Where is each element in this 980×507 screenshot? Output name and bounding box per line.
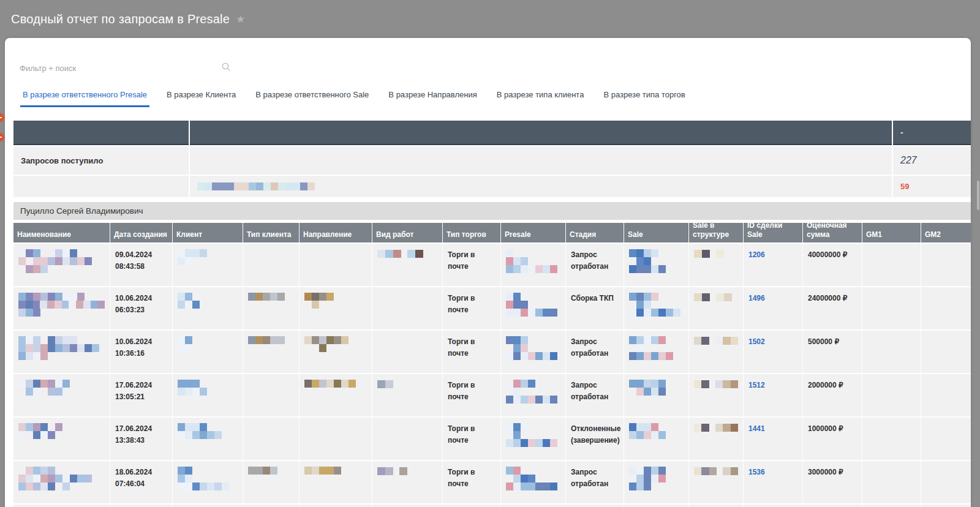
redacted-line — [18, 388, 105, 396]
redacted-cell — [85, 344, 92, 352]
redacted-cell — [658, 265, 666, 273]
cell-sale-owner — [624, 418, 688, 460]
search-input[interactable] — [18, 60, 211, 76]
column-header[interactable]: Клиент — [173, 223, 243, 242]
redacted-cell — [326, 336, 334, 344]
redacted-cell — [40, 344, 48, 352]
vertical-scrollbar-thumb[interactable] — [977, 181, 979, 210]
redacted-chip — [701, 337, 709, 345]
summary-header-cell — [190, 121, 892, 145]
redacted-chip — [694, 424, 701, 432]
cell-client — [173, 287, 243, 329]
redacted-cell — [644, 352, 651, 360]
redacted-cell — [26, 309, 33, 317]
deal-id-link[interactable]: 1206 — [748, 250, 765, 259]
tab-3[interactable]: В разрезе ответственного Sale — [253, 88, 371, 107]
favorite-star-icon[interactable]: ★ — [236, 13, 245, 26]
cell-deal-id[interactable]: 1441 — [744, 418, 802, 460]
redacted-cell — [256, 182, 263, 190]
redacted-cell — [629, 483, 636, 490]
cell-partial-row — [173, 505, 243, 507]
cell-deal-id[interactable]: 1536 — [744, 461, 802, 503]
redacted-cell — [55, 467, 62, 475]
redacted-chips — [694, 293, 738, 301]
cell-deal-id[interactable]: 1496 — [744, 287, 802, 329]
column-header[interactable]: Наименование — [13, 223, 110, 242]
cell-deal-id[interactable]: 1502 — [744, 331, 802, 373]
tab-6[interactable]: В разрезе типа торгов — [601, 88, 687, 107]
redacted-cell — [185, 344, 192, 352]
titlebar: Сводный отчет по запросам в Presale ★ — [0, 0, 980, 38]
redacted-cell — [234, 182, 241, 190]
column-header[interactable]: Дата создания — [110, 223, 172, 242]
redacted-cell — [506, 265, 513, 273]
tab-1[interactable]: В разрезе ответственного Presale — [20, 88, 149, 107]
deal-id-link[interactable]: 1512 — [748, 381, 765, 389]
column-header[interactable]: GM1 — [862, 223, 921, 242]
redacted-cell — [62, 293, 70, 301]
redacted-cell — [33, 380, 40, 388]
cell-estimated-amount: 24000000 ₽ — [803, 287, 862, 329]
column-header[interactable]: ID сделки Sale — [744, 223, 802, 242]
deal-id-link[interactable]: 1441 — [748, 424, 765, 433]
redacted-chip — [731, 380, 738, 388]
redacted-line — [178, 249, 238, 257]
cell-gm2 — [921, 244, 971, 286]
error-badge-icon[interactable] — [0, 133, 4, 141]
redacted-cell — [83, 301, 91, 309]
column-header[interactable]: Направление — [300, 223, 372, 242]
redacted-chip — [385, 380, 393, 388]
redacted-line — [26, 265, 105, 273]
redacted-line — [629, 293, 684, 301]
redacted-cell — [18, 423, 26, 431]
redacted-content — [506, 293, 560, 317]
column-header[interactable]: Вид работ — [372, 223, 442, 242]
deal-id-link[interactable]: 1536 — [748, 468, 765, 476]
redacted-cell — [26, 265, 33, 273]
group-header: Пуцилло Сергей Владимирович — [13, 202, 971, 220]
redacted-chips — [377, 380, 437, 388]
column-header[interactable]: GM2 — [921, 223, 971, 242]
column-header[interactable]: Тип клиента — [243, 223, 299, 242]
redacted-line — [629, 265, 684, 273]
cell-client — [173, 374, 243, 416]
redacted-cell — [40, 249, 48, 257]
column-header[interactable]: Sale в структуре — [689, 223, 743, 242]
column-header[interactable]: Sale — [624, 223, 688, 242]
redacted-content — [18, 423, 105, 439]
redacted-line — [18, 301, 105, 309]
redacted-cell — [506, 423, 513, 431]
redacted-cell — [277, 293, 285, 301]
redacted-cell — [18, 336, 26, 344]
cell-sale-owner — [624, 331, 688, 373]
column-header[interactable]: Оценочная сумма — [803, 223, 862, 242]
column-header[interactable]: Presale — [501, 223, 565, 242]
cell-deal-id[interactable]: 1512 — [744, 374, 802, 416]
cell-deal-id[interactable]: 1206 — [744, 244, 802, 286]
redacted-cell — [319, 336, 326, 344]
redacted-cell — [26, 388, 33, 396]
tab-5[interactable]: В разрезе типа клиента — [494, 88, 587, 107]
tab-2[interactable]: В разрезе Клиента — [164, 88, 238, 107]
redacted-cell — [651, 352, 658, 360]
redacted-cell — [312, 301, 319, 309]
redacted-cell — [33, 483, 40, 490]
deal-id-link[interactable]: 1502 — [748, 337, 765, 346]
redacted-cell — [178, 301, 185, 309]
column-header[interactable]: Стадия — [566, 223, 624, 242]
redacted-chip — [694, 337, 701, 345]
redacted-line — [18, 380, 105, 388]
redacted-cell — [293, 182, 300, 190]
cell-sale-structure — [689, 374, 743, 416]
redacted-cell — [629, 265, 636, 273]
redacted-cell — [40, 293, 48, 301]
column-header[interactable]: Тип торгов — [443, 223, 500, 242]
redacted-cell — [214, 431, 222, 439]
redacted-chip — [694, 250, 702, 258]
redacted-cell — [636, 475, 644, 483]
deal-id-link[interactable]: 1496 — [748, 294, 765, 302]
tab-4[interactable]: В разрезе Направления — [386, 88, 479, 107]
redacted-cell — [535, 396, 543, 404]
redacted-line — [178, 336, 238, 344]
error-badge-icon[interactable] — [0, 113, 4, 122]
